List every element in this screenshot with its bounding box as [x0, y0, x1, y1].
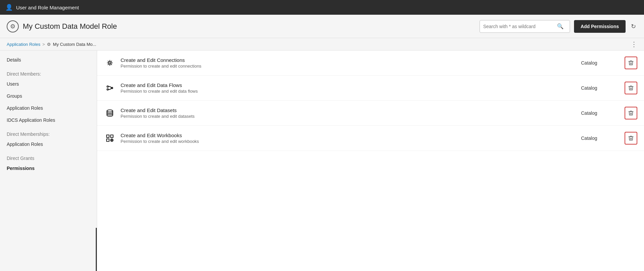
sidebar-label-direct-members: Direct Members:: [0, 66, 97, 78]
permission-row: Create and Edit Workbooks Permission to …: [97, 126, 644, 151]
permission-description: Permission to create and edit data flows: [121, 89, 581, 94]
connections-icon: [104, 57, 116, 69]
sidebar-item-application-roles-memberships[interactable]: Application Roles: [0, 138, 97, 150]
search-icon: 🔍: [557, 23, 564, 29]
breadcrumb: Application Roles > ⚙ My Custom Data Mo.…: [0, 38, 644, 51]
page-title: My Custom Data Model Role: [23, 22, 476, 31]
permission-description: Permission to create and edit datasets: [121, 114, 581, 119]
delete-permission-button[interactable]: [625, 57, 637, 69]
user-role-icon: 👤: [5, 4, 13, 11]
sidebar-label-direct-grants: Direct Grants: [0, 150, 97, 162]
svg-point-4: [107, 110, 113, 112]
permission-row: Create and Edit Connections Permission t…: [97, 51, 644, 76]
add-permissions-button[interactable]: Add Permissions: [574, 20, 626, 33]
svg-rect-6: [111, 135, 113, 138]
sidebar-item-idcs-application-roles[interactable]: IDCS Application Roles: [0, 114, 97, 126]
datasets-icon: [104, 107, 116, 119]
breadcrumb-separator: >: [42, 42, 45, 47]
delete-permission-button-highlighted[interactable]: [625, 82, 637, 94]
app-title: User and Role Management: [16, 5, 79, 10]
permission-catalog: Catalog: [581, 110, 621, 116]
permission-name: Create and Edit Workbooks: [121, 132, 581, 138]
delete-permission-button[interactable]: [625, 107, 637, 119]
breadcrumb-more-button[interactable]: ⋮: [631, 41, 637, 48]
breadcrumb-gear-icon: ⚙: [47, 42, 51, 47]
search-box: 🔍: [480, 20, 570, 33]
sidebar-item-users[interactable]: Users: [0, 78, 97, 90]
permission-info: Create and Edit Connections Permission t…: [121, 57, 581, 69]
permission-description: Permission to create and edit workbooks: [121, 139, 581, 144]
permission-row: Create and Edit Data Flows Permission to…: [97, 76, 644, 101]
svg-rect-5: [106, 135, 109, 138]
dataflows-icon: [104, 82, 116, 94]
breadcrumb-parent-link[interactable]: Application Roles: [7, 42, 40, 47]
permission-name: Create and Edit Data Flows: [121, 82, 581, 88]
sidebar-active-indicator: [96, 228, 97, 271]
delete-permission-button[interactable]: [625, 132, 637, 145]
workbooks-icon: [104, 132, 116, 144]
permission-info: Create and Edit Data Flows Permission to…: [121, 82, 581, 94]
permission-name: Create and Edit Connections: [121, 57, 581, 63]
breadcrumb-current-page: My Custom Data Mo...: [53, 42, 96, 47]
permission-catalog: Catalog: [581, 85, 621, 91]
sidebar-item-details[interactable]: Details: [0, 54, 97, 66]
sidebar-label-direct-memberships: Direct Memberships:: [0, 126, 97, 138]
top-bar: 👤 User and Role Management: [0, 0, 644, 15]
svg-rect-7: [106, 139, 109, 142]
sidebar-item-application-roles-members[interactable]: Application Roles: [0, 102, 97, 114]
permission-info: Create and Edit Datasets Permission to c…: [121, 107, 581, 119]
permission-name: Create and Edit Datasets: [121, 107, 581, 113]
page-header: ⚙ My Custom Data Model Role 🔍 Add Permis…: [0, 15, 644, 38]
sidebar-item-permissions[interactable]: Permissions: [0, 162, 97, 174]
main-layout: Details Direct Members: Users Groups App…: [0, 51, 644, 271]
refresh-button[interactable]: ↻: [630, 21, 637, 31]
permission-catalog: Catalog: [581, 60, 621, 66]
role-gear-icon: ⚙: [7, 20, 19, 32]
permission-row: Create and Edit Datasets Permission to c…: [97, 101, 644, 126]
permission-catalog: Catalog: [581, 136, 621, 141]
search-input[interactable]: [483, 24, 557, 29]
sidebar-item-groups[interactable]: Groups: [0, 90, 97, 102]
sidebar: Details Direct Members: Users Groups App…: [0, 51, 97, 271]
permission-description: Permission to create and edit connection…: [121, 64, 581, 69]
permission-info: Create and Edit Workbooks Permission to …: [121, 132, 581, 144]
content-area: Create and Edit Connections Permission t…: [97, 51, 644, 271]
